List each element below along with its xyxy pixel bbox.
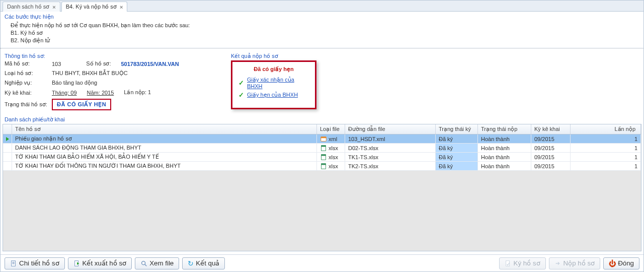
svg-rect-7: [321, 163, 326, 165]
result-link-1: ✓ Giấy xác nhận của BHXH: [238, 77, 309, 89]
step-b1: B1. Ký hồ sơ: [11, 30, 639, 36]
nop-ho-so-button: Nộp hồ sơ: [549, 257, 601, 269]
cell-lannop: 1: [571, 162, 641, 170]
cell-loai: xlsx: [317, 153, 345, 161]
cell-ttnop: Hoàn thành: [478, 134, 531, 143]
xml-file-icon: [320, 135, 327, 143]
ma-value: 103: [52, 61, 61, 67]
ky-row: Tháng: 09 Năm: 2015 Lần nộp: 1: [52, 89, 221, 96]
table-row[interactable]: TỜ KHAI THAM GIA BẢO HIỂM XÃ HỘI, BẢO HI…: [3, 153, 641, 162]
cell-duongdan: 103_HSDT.xml: [345, 134, 436, 143]
nghiepvu-value: Báo tăng lao động: [52, 80, 221, 86]
svg-point-13: [142, 261, 145, 264]
grid-header: Tên hồ sơ Loại file Đường dẫn file Trạng…: [3, 124, 641, 134]
grid: Tên hồ sơ Loại file Đường dẫn file Trạng…: [3, 124, 641, 251]
info-grid: Mã hồ sơ: 103 Số hồ sơ: 501783/2015/VAN.…: [5, 60, 221, 110]
col-ttnop[interactable]: Trạng thái nộp: [478, 124, 531, 134]
cell-ttky: Đã ký: [436, 144, 478, 152]
table-row[interactable]: Phiếu giao nhận hồ sơ xml103_HSDT.xmlĐã …: [3, 134, 641, 144]
row-indicator: [3, 134, 12, 143]
xlsx-file-icon: [320, 145, 327, 152]
cell-lannop: 1: [571, 134, 641, 143]
refresh-icon: ↻: [188, 259, 194, 267]
tab-content: Các bước thực hiện Để thực hiện nộp hồ s…: [1, 12, 643, 254]
sign-icon: [505, 260, 512, 267]
list-title: Danh sách phiếu/tờ khai: [1, 114, 643, 124]
col-indicator: [3, 124, 12, 134]
cell-ten: TỜ KHAI THAM GIA BẢO HIỂM XÃ HỘI, BẢO HI…: [12, 153, 317, 161]
cell-duongdan: TK1-TS.xlsx: [345, 153, 436, 161]
col-loai[interactable]: Loại file: [317, 124, 345, 134]
ma-label: Mã hồ sơ:: [5, 60, 50, 67]
thang-value: Tháng: 09: [52, 90, 77, 96]
btn-label: Chi tiết hồ sơ: [19, 259, 59, 267]
info-title: Thông tin hồ sơ:: [5, 51, 221, 60]
steps-intro: Để thực hiện nộp hồ sơ tới Cơ quan BHXH,…: [11, 22, 639, 29]
dong-button[interactable]: ⏻ Đóng: [603, 257, 639, 269]
svg-rect-1: [321, 137, 327, 138]
col-ky[interactable]: Kỳ kê khai: [531, 124, 571, 134]
grid-body: Phiếu giao nhận hồ sơ xml103_HSDT.xmlĐã …: [3, 134, 641, 251]
cell-ttnop: Hoàn thành: [478, 162, 531, 170]
tab-danh-sach-ho-so[interactable]: Danh sách hồ sơ ×: [3, 2, 60, 12]
col-ten[interactable]: Tên hồ sơ: [12, 124, 317, 134]
ky-ho-so-button: Ký hồ sơ: [499, 257, 546, 269]
ket-qua-button[interactable]: ↻ Kết quả: [182, 257, 225, 269]
xlsx-file-icon: [320, 163, 327, 170]
info-right: Kết quả nộp hồ sơ Đã có giấy hẹn ✓ Giấy …: [221, 51, 639, 110]
cell-lannop: 1: [571, 144, 641, 152]
link-giay-xac-nhan[interactable]: Giấy xác nhận của BHXH: [247, 77, 309, 89]
svg-rect-8: [12, 260, 16, 266]
btn-label: Kết quả: [196, 259, 219, 267]
cell-loai: xlsx: [317, 162, 345, 170]
btn-label: Ký hồ sơ: [514, 259, 540, 267]
status-badge: ĐÃ CÓ GIẤY HẸN: [52, 99, 111, 110]
check-icon: ✓: [238, 79, 244, 87]
cell-ten: TỜ KHAI THAY ĐỔI THÔNG TIN NGƯỜI THAM GI…: [12, 162, 317, 170]
svg-line-14: [145, 264, 147, 266]
btn-label: Đóng: [618, 259, 634, 267]
lannop-value: Lần nộp: 1: [124, 89, 151, 96]
cell-ky: 09/2015: [531, 134, 571, 143]
close-icon[interactable]: ×: [120, 4, 123, 10]
info-left: Thông tin hồ sơ: Mã hồ sơ: 103 Số hồ sơ:…: [5, 51, 221, 110]
so-label: Số hồ sơ:: [86, 60, 111, 67]
cell-duongdan: D02-TS.xlsx: [345, 144, 436, 152]
cell-ttky: Đã ký: [436, 134, 478, 143]
xem-file-button[interactable]: Xem file: [135, 257, 179, 269]
loai-value: THU BHYT, BHXH BẮT BUỘC: [52, 70, 221, 77]
trangthai-wrap: ĐÃ CÓ GIẤY HẸN: [52, 99, 221, 110]
ky-label: Kỳ kê khai:: [5, 90, 50, 96]
table-row[interactable]: TỜ KHAI THAY ĐỔI THÔNG TIN NGƯỜI THAM GI…: [3, 162, 641, 171]
svg-rect-3: [321, 145, 326, 147]
result-heading: Đã có giấy hẹn: [238, 66, 309, 73]
result-title: Kết quả nộp hồ sơ: [231, 51, 639, 60]
btn-label: Kết xuất hồ sơ: [83, 259, 127, 267]
result-box: Đã có giấy hẹn ✓ Giấy xác nhận của BHXH …: [231, 60, 316, 109]
col-ttky[interactable]: Trạng thái ký: [436, 124, 478, 134]
cell-ttnop: Hoàn thành: [478, 153, 531, 161]
cell-loai: xlsx: [317, 144, 345, 152]
close-icon[interactable]: ×: [52, 4, 55, 10]
nam-value: Năm: 2015: [87, 90, 114, 96]
btn-label: Nộp hồ sơ: [564, 259, 595, 267]
trangthai-label: Trạng thái hồ sơ:: [5, 101, 50, 108]
col-lannop[interactable]: Lần nộp: [571, 124, 641, 134]
cell-ttky: Đã ký: [436, 162, 478, 170]
xlsx-file-icon: [320, 154, 327, 161]
app-window: Danh sách hồ sơ × B4. Ký và nộp hồ sơ × …: [0, 0, 644, 272]
tab-ky-va-nop-ho-so[interactable]: B4. Ký và nộp hồ sơ ×: [61, 2, 128, 12]
table-row[interactable]: DANH SÁCH LAO ĐỘNG THAM GIA BHXH, BHYT x…: [3, 144, 641, 153]
export-icon: [73, 260, 80, 267]
ket-xuat-button[interactable]: Kết xuất hồ sơ: [68, 257, 132, 269]
col-duongdan[interactable]: Đường dẫn file: [345, 124, 436, 134]
info-area: Thông tin hồ sơ: Mã hồ sơ: 103 Số hồ sơ:…: [1, 49, 643, 114]
link-giay-hen[interactable]: Giấy hẹn của BHXH: [247, 92, 298, 98]
cell-ten: DANH SÁCH LAO ĐỘNG THAM GIA BHXH, BHYT: [12, 144, 317, 152]
cell-ky: 09/2015: [531, 162, 571, 170]
step-b2: B2. Nộp điện tử: [11, 37, 639, 44]
cell-ttnop: Hoàn thành: [478, 144, 531, 152]
cell-lannop: 1: [571, 153, 641, 161]
submit-icon: [554, 260, 561, 267]
chi-tiet-button[interactable]: Chi tiết hồ sơ: [5, 257, 65, 269]
